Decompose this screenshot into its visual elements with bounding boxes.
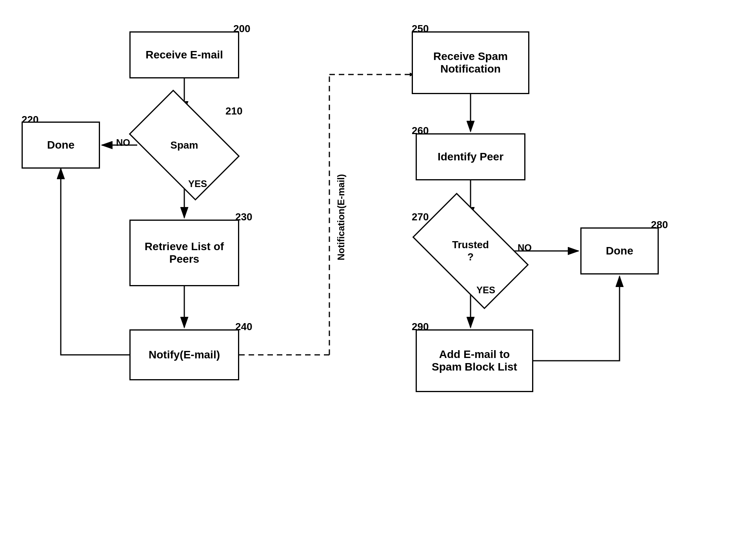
retrieve-peers-box: Retrieve List of Peers xyxy=(129,220,239,286)
trusted-diamond: Trusted ? xyxy=(420,220,522,282)
spam-diamond: Spam xyxy=(137,114,231,176)
add-spam-box: Add E-mail to Spam Block List xyxy=(416,329,533,392)
label-no-trusted: NO xyxy=(518,242,532,253)
done-right-box: Done xyxy=(580,227,659,274)
dashed-line-label: Notification(E-mail) xyxy=(336,174,347,260)
done-left-box: Done xyxy=(22,122,100,169)
label-yes-spam: YES xyxy=(188,178,207,189)
label-no-spam: NO xyxy=(116,137,130,148)
label-yes-trusted: YES xyxy=(476,285,495,296)
arrows-svg xyxy=(0,0,756,556)
diagram-container: 200 Receive E-mail 210 Spam 220 Done 230… xyxy=(0,0,756,556)
receive-email-box: Receive E-mail xyxy=(129,31,239,78)
notify-email-box: Notify(E-mail) xyxy=(129,329,239,380)
receive-spam-box: Receive Spam Notification xyxy=(412,31,529,94)
identify-peer-box: Identify Peer xyxy=(416,133,525,180)
